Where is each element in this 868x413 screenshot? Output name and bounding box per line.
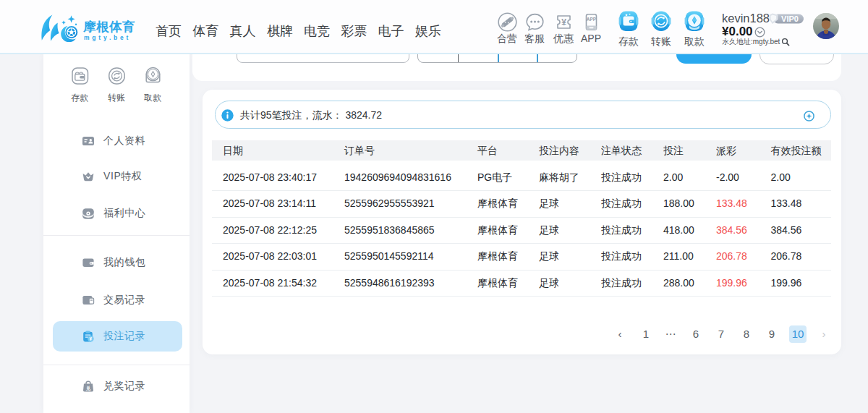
svg-text:APP: APP — [586, 17, 596, 22]
svg-text:兑: 兑 — [85, 386, 91, 391]
svg-text:¥: ¥ — [90, 336, 93, 341]
svg-text:VIP0: VIP0 — [781, 14, 799, 23]
svg-text:¥: ¥ — [561, 17, 566, 27]
